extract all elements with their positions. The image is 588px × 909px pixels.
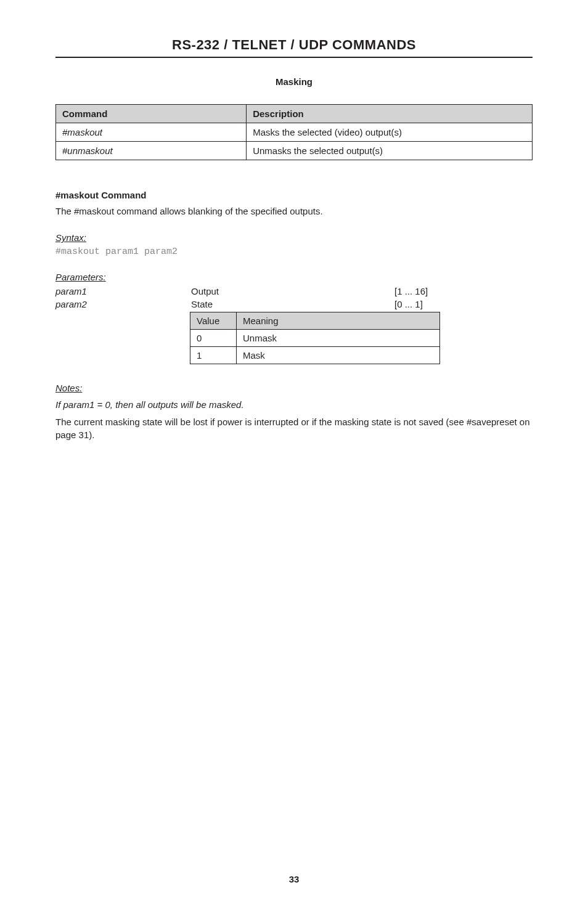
col-header-value: Value [190,312,237,330]
table-row: #unmaskout Unmasks the selected output(s… [56,142,533,160]
cmd-cell: #unmaskout [56,142,247,160]
param-row: param1 Output [1 ... 16] [55,286,533,296]
col-header-command: Command [56,105,247,123]
title-rule [55,57,533,58]
maskout-command-desc: The #maskout command allows blanking of … [55,205,533,218]
value-cell: 0 [190,330,237,347]
table-header-row: Value Meaning [190,312,440,330]
page-title: RS-232 / TELNET / UDP COMMANDS [55,37,533,53]
subheading-masking: Masking [55,76,533,87]
param-range: [0 ... 1] [394,299,423,309]
parameters-label: Parameters: [55,272,533,282]
desc-cell: Unmasks the selected output(s) [247,142,533,160]
page-number: 33 [0,874,588,884]
parameters-colon: : [104,272,106,282]
col-header-meaning: Meaning [237,312,440,330]
syntax-code: #maskout param1 param2 [55,247,533,257]
param-name: param1 [55,286,191,296]
table-row: 0 Unmask [190,330,440,347]
notes-paragraph: The current masking state will be lost i… [55,416,533,441]
table-row: 1 Mask [190,347,440,364]
command-table: Command Description #maskout Masks the s… [55,104,533,160]
syntax-word: Syntax [55,232,84,243]
syntax-label: Syntax: [55,232,533,243]
parameters-word: Parameters [55,272,104,282]
notes-heading: Notes: [55,383,533,393]
value-meaning-table: Value Meaning 0 Unmask 1 Mask [190,312,440,364]
col-header-description: Description [247,105,533,123]
notes-condition: If param1 = 0, then all outputs will be … [55,399,533,410]
cmd-cell: #maskout [56,123,247,142]
value-cell: 1 [190,347,237,364]
maskout-command-heading: #maskout Command [55,190,533,200]
meaning-cell: Unmask [237,330,440,347]
desc-cell: Masks the selected (video) output(s) [247,123,533,142]
param-label: State [191,299,394,309]
param-row: param2 State [0 ... 1] [55,299,533,309]
table-row: #maskout Masks the selected (video) outp… [56,123,533,142]
meaning-cell: Mask [237,347,440,364]
param-label: Output [191,286,394,296]
param-range: [1 ... 16] [394,286,428,296]
param-name: param2 [55,299,191,309]
syntax-colon: : [84,232,86,243]
table-header-row: Command Description [56,105,533,123]
